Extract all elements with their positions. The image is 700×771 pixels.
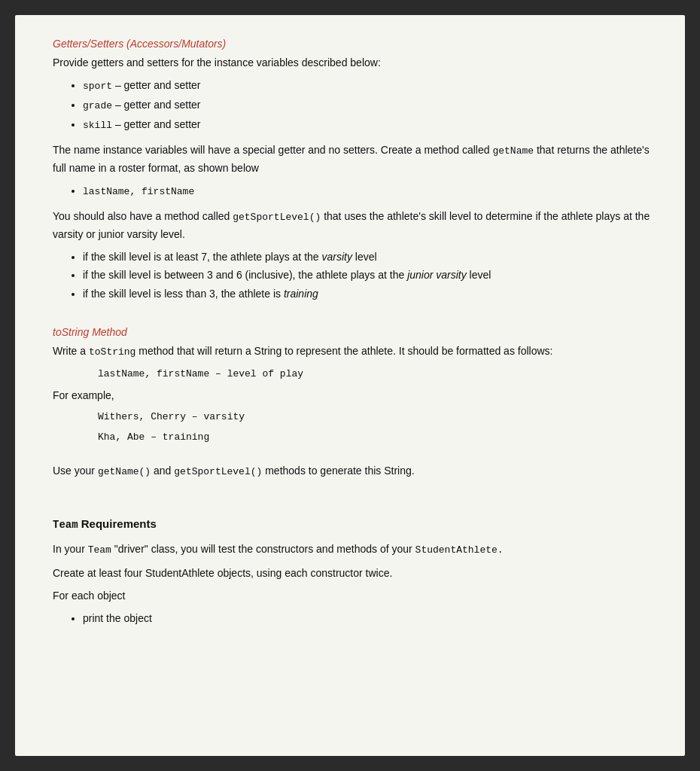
- list-item: if the skill level is at least 7, the at…: [83, 248, 655, 265]
- getName-inline: getName(): [98, 466, 151, 477]
- toString-heading: toString Method: [53, 326, 655, 338]
- item-code: skill: [83, 120, 112, 131]
- list-item: print the object: [83, 610, 655, 626]
- toString-code: toString: [89, 346, 135, 358]
- for-example-label: For example,: [53, 387, 655, 404]
- name-description: The name instance variables will have a …: [53, 142, 655, 176]
- list-item: grade – getter and setter: [83, 96, 655, 114]
- list-item: skill – getter and setter: [83, 116, 655, 134]
- page-container: Getters/Setters (Accessors/Mutators) Pro…: [15, 15, 685, 756]
- for-each-text: For each object: [53, 587, 655, 604]
- getSportLevel-description: You should also have a method called get…: [53, 208, 655, 242]
- item-code: grade: [83, 100, 112, 111]
- list-item: lastName, firstName: [83, 182, 655, 200]
- team-section: Team Requirements In your Team "driver" …: [53, 515, 655, 627]
- item-code: sport: [83, 81, 112, 92]
- toString-intro: Write a toString method that will return…: [53, 343, 655, 361]
- create-objects-text: Create at least four StudentAthlete obje…: [53, 565, 655, 581]
- format-code-block: lastName, firstName – level of play: [98, 367, 655, 382]
- getSportLevel-code: getSportLevel(): [233, 212, 321, 223]
- team-code-inline: Team: [88, 544, 111, 556]
- getters-setters-intro: Provide getters and setters for the inst…: [53, 54, 655, 71]
- small-divider: [53, 450, 655, 462]
- name-format-list: lastName, firstName: [83, 182, 655, 200]
- divider: [53, 314, 655, 326]
- list-item: if the skill level is between 3 and 6 (i…: [83, 267, 655, 283]
- getName-code: getName: [492, 145, 534, 157]
- getSportLevel-inline: getSportLevel(): [174, 466, 262, 477]
- studentAthlete-code: StudentAthlete.: [415, 544, 504, 556]
- team-heading: Team Requirements: [53, 515, 655, 533]
- format-code: lastName, firstName: [83, 186, 194, 197]
- section-spacer: [53, 492, 655, 515]
- getters-setters-section: Getters/Setters (Accessors/Mutators) Pro…: [53, 38, 655, 302]
- skill-level-list: if the skill level is at least 7, the at…: [83, 248, 655, 302]
- getters-setters-list: sport – getter and setter grade – getter…: [83, 77, 655, 133]
- example-code-1: Withers, Cherry – varsity: [98, 410, 655, 425]
- for-each-list: print the object: [83, 610, 655, 626]
- getters-setters-heading: Getters/Setters (Accessors/Mutators): [53, 38, 655, 50]
- use-methods-text: Use your getName() and getSportLevel() m…: [53, 462, 655, 480]
- list-item: sport – getter and setter: [83, 77, 655, 95]
- example-code-2: Kha, Abe – training: [98, 430, 655, 446]
- list-item: if the skill level is less than 3, the a…: [83, 285, 655, 302]
- driver-description: In your Team "driver" class, you will te…: [53, 541, 655, 559]
- toString-section: toString Method Write a toString method …: [53, 326, 655, 480]
